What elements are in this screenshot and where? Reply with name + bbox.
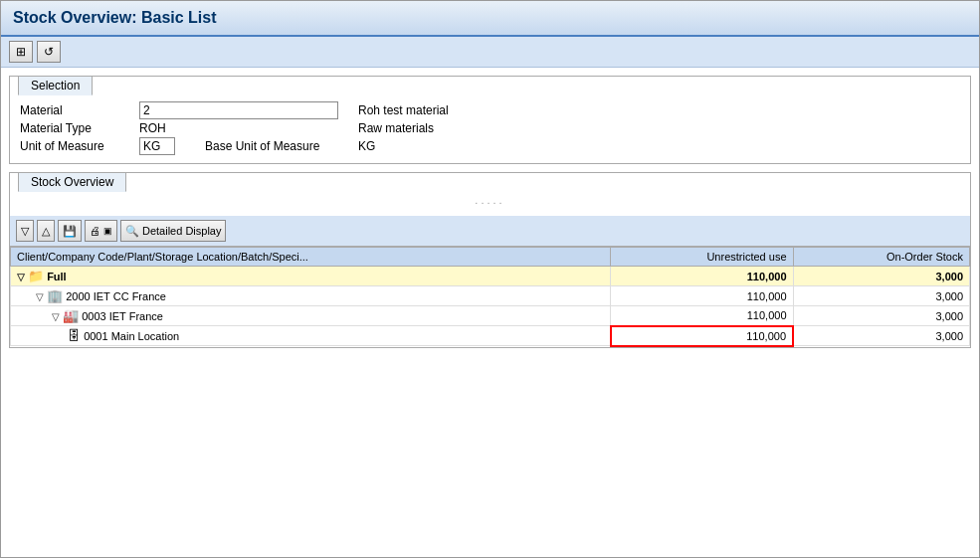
material-type-label: Material Type [20, 121, 139, 135]
print-icon2: ▣ [103, 226, 112, 236]
expand-all-icon: △ [42, 225, 50, 238]
folder-icon: 📁 [28, 269, 44, 283]
storage-icon: 🗄 [68, 328, 81, 343]
expand-all-button[interactable]: △ [37, 220, 55, 242]
on-order-cell: 3,000 [793, 326, 969, 346]
base-uom-value: KG [358, 139, 408, 153]
dots: ..... [10, 192, 970, 208]
row-label: 0001 Main Location [84, 330, 179, 342]
unrestricted-cell: 110,000 [611, 286, 794, 306]
selection-tab: Selection [18, 76, 93, 95]
uom-label: Unit of Measure [20, 139, 139, 153]
print-icon: 🖨 [90, 225, 100, 237]
company-icon: 🏢 [47, 288, 63, 303]
uom-input-wrapper [139, 137, 189, 155]
material-desc: Roh test material [358, 103, 449, 117]
stock-table: Client/Company Code/Plant/Storage Locati… [10, 247, 970, 347]
main-toolbar: ⊞ ↺ [1, 37, 979, 68]
unrestricted-cell: 110,000 [611, 267, 794, 286]
detailed-display-button[interactable]: 🔍 Detailed Display [120, 220, 226, 242]
col-header-location: Client/Company Code/Plant/Storage Locati… [11, 248, 611, 267]
content-area: Selection Material Roh test material Mat… [1, 68, 979, 364]
material-type-row: Material Type ROH Raw materials [20, 121, 960, 135]
collapse-icon[interactable]: ▽ [36, 291, 44, 302]
collapse-icon[interactable]: ▽ [52, 311, 60, 322]
print-button[interactable]: 🖨 ▣ [85, 220, 117, 242]
location-cell: ▽ 🏭 0003 IET France [11, 306, 611, 326]
on-order-cell: 3,000 [793, 286, 969, 306]
stock-overview-tab: Stock Overview [18, 172, 126, 192]
row-label: Full [47, 271, 67, 282]
material-type-value: ROH [139, 121, 338, 135]
material-label: Material [20, 103, 139, 117]
table-row: ▽ 🏢 2000 IET CC France 110,000 3,000 [11, 286, 970, 306]
grid-button[interactable]: ⊞ [9, 41, 33, 63]
title-bar: Stock Overview: Basic List [1, 1, 979, 37]
row-label: 2000 IET CC France [66, 290, 166, 302]
material-row: Material Roh test material [20, 101, 960, 119]
detailed-display-label: Detailed Display [142, 225, 221, 237]
search-icon: 🔍 [125, 225, 139, 238]
stock-toolbar: ▽ △ 💾 🖨 ▣ 🔍 Detailed Display [10, 216, 970, 247]
table-row: ▽ 📁 Full 110,000 3,000 [11, 267, 970, 286]
material-input-wrapper [139, 101, 338, 119]
location-cell: 🗄 0001 Main Location [11, 326, 611, 346]
col-header-unrestricted: Unrestricted use [611, 248, 794, 267]
material-type-desc: Raw materials [358, 121, 434, 135]
location-cell: ▽ 📁 Full [11, 267, 611, 286]
selection-content: Material Roh test material Material Type… [10, 95, 970, 163]
refresh-icon: ↺ [44, 45, 54, 59]
on-order-cell: 3,000 [793, 306, 969, 326]
unrestricted-cell: 110,000 [611, 306, 794, 326]
col-header-on-order: On-Order Stock [793, 248, 969, 267]
save-icon: 💾 [63, 225, 77, 238]
selection-section: Selection Material Roh test material Mat… [9, 76, 971, 164]
material-input[interactable] [139, 101, 338, 119]
row-label: 0003 IET France [82, 310, 163, 322]
save-button[interactable]: 💾 [58, 220, 82, 242]
plant-icon: 🏭 [63, 308, 79, 323]
table-row: ▽ 🏭 0003 IET France 110,000 3,000 [11, 306, 970, 326]
unrestricted-cell-highlighted: 110,000 [611, 326, 794, 346]
stock-overview-section: Stock Overview ..... ▽ △ 💾 🖨 ▣ [9, 172, 971, 348]
grid-icon: ⊞ [16, 45, 26, 59]
base-uom-label: Base Unit of Measure [189, 139, 358, 153]
collapse-all-button[interactable]: ▽ [16, 220, 34, 242]
table-row: 🗄 0001 Main Location 110,000 3,000 [11, 326, 970, 346]
page-title: Stock Overview: Basic List [13, 9, 967, 27]
collapse-icon[interactable]: ▽ [17, 272, 25, 282]
uom-row: Unit of Measure Base Unit of Measure KG [20, 137, 960, 155]
on-order-cell: 3,000 [793, 267, 969, 286]
location-cell: ▽ 🏢 2000 IET CC France [11, 286, 611, 306]
refresh-button[interactable]: ↺ [37, 41, 61, 63]
collapse-all-icon: ▽ [21, 225, 29, 238]
uom-input[interactable] [139, 137, 175, 155]
